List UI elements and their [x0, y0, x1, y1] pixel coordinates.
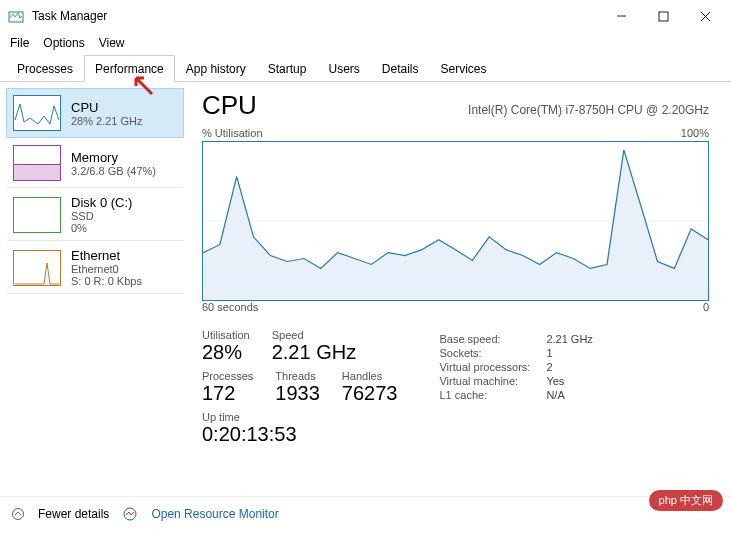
ethernet-sub: Ethernet0 — [71, 263, 142, 275]
handles-value: 76273 — [342, 382, 398, 405]
tab-performance[interactable]: Performance — [84, 55, 175, 82]
sidebar-item-ethernet[interactable]: EthernetEthernet0S: 0 R: 0 Kbps — [6, 241, 184, 294]
vproc-label: Virtual processors: — [439, 361, 544, 373]
menubar: File Options View — [0, 32, 731, 54]
vm-value: Yes — [546, 375, 592, 387]
speed-value: 2.21 GHz — [272, 341, 356, 364]
tab-startup[interactable]: Startup — [257, 55, 318, 82]
processes-label: Processes — [202, 370, 253, 382]
tab-services[interactable]: Services — [430, 55, 498, 82]
threads-value: 1933 — [275, 382, 320, 405]
cpu-sub: 28% 2.21 GHz — [71, 115, 143, 127]
basespeed-label: Base speed: — [439, 333, 544, 345]
stats-right: Base speed:2.21 GHz Sockets:1 Virtual pr… — [437, 331, 594, 446]
disk-thumb — [13, 197, 61, 233]
chart-top-left: % Utilisation — [202, 127, 263, 139]
main-panel: CPU Intel(R) Core(TM) i7-8750H CPU @ 2.2… — [190, 82, 731, 500]
cpu-thumb — [13, 95, 61, 131]
menu-options[interactable]: Options — [43, 36, 84, 50]
minimize-button[interactable] — [609, 4, 633, 28]
cpu-chart[interactable] — [202, 141, 709, 301]
chart-bottom-right: 0 — [703, 301, 709, 313]
titlebar: Task Manager — [0, 0, 731, 32]
ethernet-title: Ethernet — [71, 248, 142, 263]
chart-bottom-left: 60 seconds — [202, 301, 258, 313]
resource-monitor-icon — [123, 507, 137, 521]
tab-app-history[interactable]: App history — [175, 55, 257, 82]
fewer-details-link[interactable]: Fewer details — [38, 507, 109, 521]
chart-top-right: 100% — [681, 127, 709, 139]
disk-sub2: 0% — [71, 222, 132, 234]
l1-value: N/A — [546, 389, 592, 401]
tab-users[interactable]: Users — [317, 55, 370, 82]
svg-rect-2 — [659, 12, 668, 21]
tab-processes[interactable]: Processes — [6, 55, 84, 82]
main-title: CPU — [202, 90, 257, 121]
footer: Fewer details Open Resource Monitor — [0, 496, 731, 531]
sidebar-item-disk[interactable]: Disk 0 (C:)SSD0% — [6, 188, 184, 241]
l1-label: L1 cache: — [439, 389, 544, 401]
threads-label: Threads — [275, 370, 320, 382]
maximize-button[interactable] — [651, 4, 675, 28]
sockets-value: 1 — [546, 347, 592, 359]
ethernet-thumb — [13, 250, 61, 286]
chevron-up-icon — [12, 508, 24, 520]
uptime-value: 0:20:13:53 — [202, 423, 397, 446]
memory-sub: 3.2/6.8 GB (47%) — [71, 165, 156, 177]
watermark-badge: php 中文网 — [649, 490, 723, 511]
sidebar-item-cpu[interactable]: CPU28% 2.21 GHz — [6, 88, 184, 138]
disk-sub: SSD — [71, 210, 132, 222]
ethernet-sub2: S: 0 R: 0 Kbps — [71, 275, 142, 287]
vproc-value: 2 — [546, 361, 592, 373]
open-resource-monitor-link[interactable]: Open Resource Monitor — [151, 507, 278, 521]
cpu-title: CPU — [71, 100, 143, 115]
window-title: Task Manager — [32, 9, 609, 23]
memory-title: Memory — [71, 150, 156, 165]
cpu-model: Intel(R) Core(TM) i7-8750H CPU @ 2.20GHz — [468, 103, 709, 117]
menu-file[interactable]: File — [10, 36, 29, 50]
sidebar: CPU28% 2.21 GHz Memory3.2/6.8 GB (47%) D… — [0, 82, 190, 500]
util-label: Utilisation — [202, 329, 250, 341]
sockets-label: Sockets: — [439, 347, 544, 359]
handles-label: Handles — [342, 370, 398, 382]
content: CPU28% 2.21 GHz Memory3.2/6.8 GB (47%) D… — [0, 82, 731, 500]
window-controls — [609, 4, 717, 28]
menu-view[interactable]: View — [99, 36, 125, 50]
speed-label: Speed — [272, 329, 356, 341]
app-icon — [8, 8, 24, 24]
svg-point-6 — [13, 509, 24, 520]
tab-details[interactable]: Details — [371, 55, 430, 82]
memory-thumb — [13, 145, 61, 181]
processes-value: 172 — [202, 382, 253, 405]
util-value: 28% — [202, 341, 250, 364]
disk-title: Disk 0 (C:) — [71, 195, 132, 210]
close-button[interactable] — [693, 4, 717, 28]
tabs: Processes Performance App history Startu… — [0, 54, 731, 82]
uptime-label: Up time — [202, 411, 397, 423]
basespeed-value: 2.21 GHz — [546, 333, 592, 345]
stats-left: Utilisation28% Speed2.21 GHz Processes17… — [202, 323, 397, 446]
sidebar-item-memory[interactable]: Memory3.2/6.8 GB (47%) — [6, 138, 184, 188]
vm-label: Virtual machine: — [439, 375, 544, 387]
